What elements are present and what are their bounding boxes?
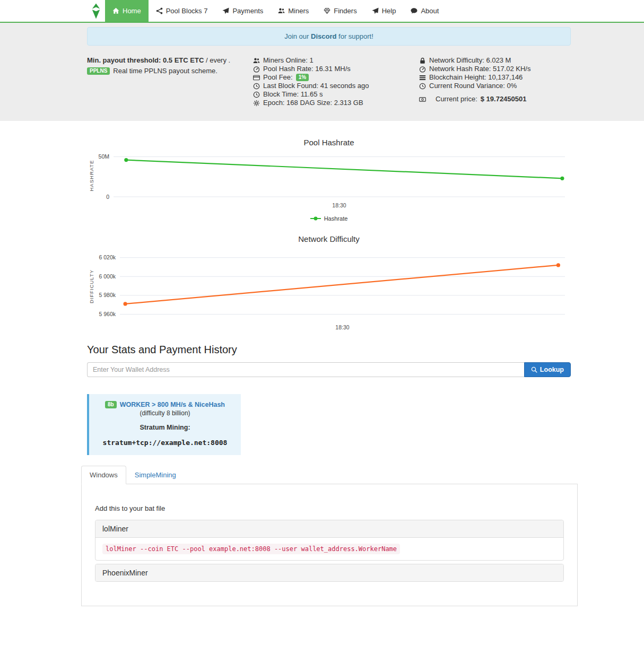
users-icon <box>253 57 260 64</box>
difficulty-badge: 8b <box>105 401 117 408</box>
lolminer-panel-body: lolMiner --coin ETC --pool example.net:8… <box>95 537 563 560</box>
payout-scheme-text: Real time PPLNS payout scheme. <box>113 67 217 75</box>
lock-icon <box>419 57 426 64</box>
nav-label-help: Help <box>382 7 396 15</box>
stat-miners-online: Miners Online: 1 <box>253 56 419 65</box>
users-icon <box>278 7 285 14</box>
worker-subtitle: (difficulty 8 billion) <box>93 409 237 417</box>
nav-label-pool-blocks: Pool Blocks 7 <box>166 7 208 15</box>
lookup-button[interactable]: Lookup <box>524 362 571 377</box>
nav-item-help[interactable]: Help <box>364 0 404 22</box>
stat-pool-hashrate: Pool Hash Rate: 16.31 MH/s <box>253 65 419 73</box>
nav-item-miners[interactable]: Miners <box>271 0 316 22</box>
nav-label-miners: Miners <box>288 7 309 15</box>
stat-epoch-dag: Epoch: 168 DAG Size: 2.313 GB <box>253 99 419 107</box>
hashrate-chart: 50M018:30HASHRATE <box>87 151 571 211</box>
payout-threshold: Min. payout threshold: 0.5 ETC ETC / eve… <box>87 56 253 64</box>
svg-text:5 960k: 5 960k <box>99 311 116 317</box>
stats-band: Join our Discord for support! Min. payou… <box>0 23 644 121</box>
svg-text:DIFFICULTY: DIFFICULTY <box>89 269 94 303</box>
discord-link[interactable]: Discord <box>311 32 336 40</box>
search-icon <box>531 366 537 373</box>
wallet-address-input[interactable] <box>87 362 524 377</box>
nav-label-payments: Payments <box>232 7 263 15</box>
cogs-icon <box>253 100 260 107</box>
nav-item-home[interactable]: Home <box>105 0 149 22</box>
svg-text:6 020k: 6 020k <box>99 254 116 260</box>
config-tab-content: Add this to your bat file lolMiner lolMi… <box>81 484 578 606</box>
worker-title: 8b WORKER > 800 MH/s & NiceHash <box>93 401 237 408</box>
payout-threshold-suffix: / every . <box>206 56 230 64</box>
stratum-url: stratum+tcp://example.net:8008 <box>93 439 237 447</box>
clock-icon <box>419 83 426 90</box>
tab-windows[interactable]: Windows <box>81 466 126 484</box>
pplns-badge: PPLNS <box>87 67 110 75</box>
phoenixminer-accordion-header[interactable]: PhoenixMiner <box>95 564 563 581</box>
payout-scheme: PPLNS Real time PPLNS payout scheme. <box>87 67 253 75</box>
bat-file-instruction: Add this to your bat file <box>95 504 564 512</box>
legend-label: Hashrate <box>324 215 348 222</box>
svg-text:18:30: 18:30 <box>335 324 349 330</box>
lookup-section: Your Stats and Payment History Lookup 8b… <box>87 344 571 606</box>
gauge-icon <box>253 66 260 73</box>
stat-last-block: Last Block Found: 41 seconds ago <box>253 82 419 90</box>
difficulty-chart-title: Network Difficulty <box>87 234 571 243</box>
nav-item-payments[interactable]: Payments <box>215 0 271 22</box>
clock-icon <box>253 91 260 98</box>
etc-logo-icon <box>91 3 101 19</box>
svg-text:HASHRATE: HASHRATE <box>89 160 94 191</box>
brand-logo[interactable] <box>87 0 105 22</box>
phoenixminer-panel: PhoenixMiner <box>95 564 564 582</box>
nav-item-pool-blocks[interactable]: Pool Blocks 7 <box>149 0 215 22</box>
clock-icon <box>253 83 260 90</box>
svg-text:50M: 50M <box>99 153 109 160</box>
stratum-label: Stratum Mining: <box>93 424 237 431</box>
stat-pool-fee: Pool Fee: 1% <box>253 73 419 82</box>
price-label: Current price: <box>436 95 477 103</box>
navbar: Home Pool Blocks 7 Payments Miners Finde… <box>0 0 644 23</box>
svg-text:18:30: 18:30 <box>332 202 346 208</box>
discord-banner: Join our Discord for support! <box>87 27 571 46</box>
nav-item-finders[interactable]: Finders <box>316 0 364 22</box>
stat-round-variance: Current Round Variance: 0% <box>419 82 571 90</box>
lolminer-command: lolMiner --coin ETC --pool example.net:8… <box>102 544 400 554</box>
nav-label-finders: Finders <box>334 7 356 15</box>
money-icon <box>419 96 426 103</box>
tab-simplemining[interactable]: SimpleMining <box>126 466 185 484</box>
svg-text:0: 0 <box>106 194 109 200</box>
svg-text:5 980k: 5 980k <box>99 292 116 298</box>
nav-label-about: About <box>421 7 439 15</box>
nav-item-about[interactable]: About <box>403 0 446 22</box>
config-section: Windows SimpleMining Add this to your ba… <box>81 466 578 606</box>
stat-blockchain-height: Blockchain Height: 10,137,146 <box>419 73 571 82</box>
lolminer-panel: lolMiner lolMiner --coin ETC --pool exam… <box>95 520 564 561</box>
stat-current-price: Current price: $ 19.72450501 <box>419 95 571 103</box>
comment-icon <box>411 7 417 14</box>
difficulty-chart: 6 020k6 000k5 980k5 960k18:30DIFFICULTY <box>87 248 571 333</box>
legend-swatch-icon <box>310 216 321 221</box>
paper-plane-icon <box>222 7 229 14</box>
payout-threshold-text: Min. payout threshold: 0.5 ETC ETC <box>87 56 204 64</box>
network-stats-column: Network Difficulty: 6.023 M Network Hash… <box>419 56 571 107</box>
paper-plane-icon <box>372 7 379 14</box>
lookup-heading: Your Stats and Payment History <box>87 344 571 356</box>
payout-column: Min. payout threshold: 0.5 ETC ETC / eve… <box>87 56 253 107</box>
gauge-icon <box>419 66 426 73</box>
nav-label-home: Home <box>123 7 141 15</box>
stat-block-time: Block Time: 11.65 s <box>253 90 419 99</box>
home-icon <box>112 7 119 14</box>
worker-info-box: 8b WORKER > 800 MH/s & NiceHash (difficu… <box>87 394 241 455</box>
share-nodes-icon <box>156 7 163 14</box>
gem-icon <box>324 7 330 14</box>
pool-fee-badge: 1% <box>296 74 309 81</box>
stat-network-difficulty: Network Difficulty: 6.023 M <box>419 56 571 65</box>
svg-text:6 000k: 6 000k <box>99 273 116 280</box>
hashrate-chart-title: Pool Hashrate <box>87 138 571 147</box>
stat-network-hashrate: Network Hash Rate: 517.02 KH/s <box>419 65 571 73</box>
banner-text-post: for support! <box>338 32 373 40</box>
banner-text-pre: Join our <box>284 32 309 40</box>
config-tab-bar: Windows SimpleMining <box>81 466 578 484</box>
lolminer-accordion-header[interactable]: lolMiner <box>95 520 563 537</box>
hashrate-chart-legend: Hashrate <box>87 215 571 222</box>
bars-icon <box>419 74 426 81</box>
